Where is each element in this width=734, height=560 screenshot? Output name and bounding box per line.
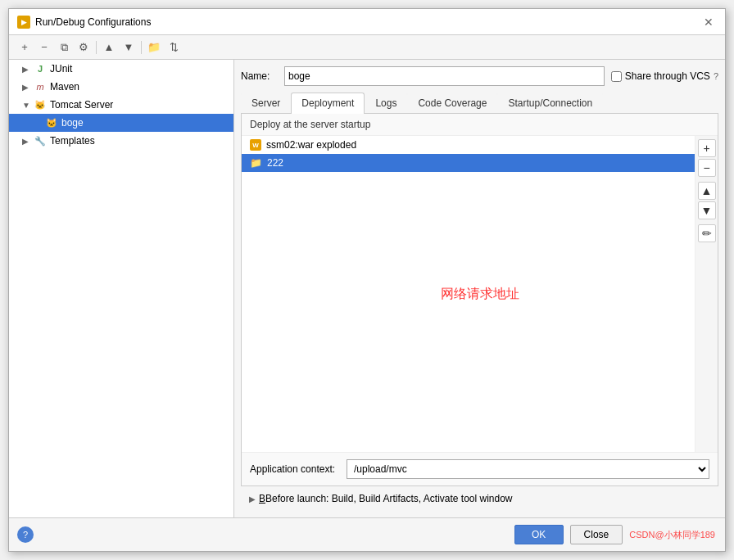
tab-content-deployment: Deploy at the server startup W ssm02:war…: [241, 114, 718, 486]
tab-deployment[interactable]: Deployment: [291, 93, 365, 114]
tab-server[interactable]: Server: [241, 93, 291, 113]
deploy-edit-button[interactable]: ✏: [698, 224, 716, 242]
deploy-list: W ssm02:war exploded 📁 222: [242, 136, 695, 452]
settings-button[interactable]: ⚙: [75, 38, 93, 56]
sort-button[interactable]: ⇅: [165, 38, 183, 56]
deploy-up-button[interactable]: ▲: [698, 182, 716, 200]
before-launch-section: ▶ BBefore launch: Build, Build Artifacts…: [241, 486, 718, 511]
separator2: [141, 41, 142, 54]
name-row: Name: Share through VCS ?: [241, 66, 718, 86]
move-up-button[interactable]: ▲: [100, 38, 118, 56]
tomcat-server-icon: 🐱: [34, 98, 47, 111]
tree-label-junit: JUnit: [50, 63, 72, 75]
folder-button[interactable]: 📁: [145, 38, 163, 56]
tab-startup-connection[interactable]: Startup/Connection: [497, 93, 603, 113]
before-launch-arrow[interactable]: ▶: [249, 495, 256, 504]
add-button[interactable]: +: [16, 38, 34, 56]
remove-button[interactable]: −: [35, 38, 53, 56]
deploy-header: Deploy at the server startup: [242, 114, 718, 136]
tab-logs[interactable]: Logs: [365, 93, 407, 113]
expand-arrow-tomcat: ▼: [22, 101, 30, 110]
deploy-remove-button[interactable]: −: [698, 159, 716, 177]
tabs: Server Deployment Logs Code Coverage Sta…: [241, 93, 718, 114]
before-launch-label: BBefore launch: Build, Build Artifacts, …: [259, 493, 513, 504]
dialog-title: Run/Debug Configurations: [35, 16, 151, 28]
ok-button[interactable]: OK: [514, 525, 564, 544]
name-input[interactable]: [284, 66, 605, 86]
name-label: Name:: [241, 70, 278, 82]
maven-icon: m: [34, 80, 47, 93]
app-context-row: Application context: /upload/mvc: [242, 452, 718, 485]
move-down-button[interactable]: ▼: [120, 38, 138, 56]
tree-label-boge: boge: [61, 117, 84, 129]
footer: ? OK Close CSDN@小林同学189: [9, 517, 725, 551]
share-vcs-label: Share through VCS: [625, 70, 710, 82]
tree-label-templates: Templates: [50, 135, 95, 147]
war-icon: W: [250, 139, 261, 151]
copy-button[interactable]: ⧉: [55, 38, 73, 56]
help-button[interactable]: ?: [17, 526, 34, 543]
deploy-item-label-222: 222: [267, 157, 283, 169]
tree-item-boge[interactable]: 🐱 boge: [9, 114, 233, 132]
csdn-watermark: CSDN@小林同学189: [629, 529, 715, 541]
expand-arrow-maven: ▶: [22, 83, 30, 92]
tab-code-coverage[interactable]: Code Coverage: [407, 93, 497, 113]
toolbar: + − ⧉ ⚙ ▲ ▼ 📁 ⇅: [9, 35, 725, 60]
boge-icon: 🐱: [45, 116, 58, 129]
folder-icon: 📁: [250, 157, 262, 169]
app-context-label: Application context:: [250, 463, 340, 475]
main-content: ▶ J JUnit ▶ m Maven ▼ 🐱 Tomcat Server 🐱 …: [9, 60, 725, 517]
tree-item-tomcat[interactable]: ▼ 🐱 Tomcat Server: [9, 96, 233, 114]
separator: [96, 41, 97, 54]
close-icon[interactable]: ✕: [700, 14, 717, 30]
dialog-icon: ▶: [17, 16, 30, 29]
tree-item-junit[interactable]: ▶ J JUnit: [9, 60, 233, 78]
dialog-close-button[interactable]: Close: [570, 525, 623, 544]
right-panel: Name: Share through VCS ? Server Deploym…: [234, 60, 725, 517]
deploy-item-ssm02[interactable]: W ssm02:war exploded: [242, 136, 695, 154]
side-buttons: + − ▲ ▼ ✏: [695, 136, 718, 452]
deploy-add-button[interactable]: +: [698, 139, 716, 157]
templates-icon: 🔧: [34, 134, 47, 147]
deploy-list-area: W ssm02:war exploded 📁 222 网络请求地址 +: [242, 136, 718, 452]
tree-label-maven: Maven: [50, 81, 79, 93]
expand-arrow-junit: ▶: [22, 65, 30, 74]
tree-label-tomcat: Tomcat Server: [50, 99, 113, 111]
junit-icon: J: [34, 62, 47, 75]
tree-item-templates[interactable]: ▶ 🔧 Templates: [9, 132, 233, 150]
title-bar: ▶ Run/Debug Configurations ✕: [9, 9, 725, 35]
deploy-item-222[interactable]: 📁 222: [242, 154, 695, 172]
tree-item-maven[interactable]: ▶ m Maven: [9, 78, 233, 96]
share-vcs-checkbox[interactable]: [611, 71, 622, 82]
app-context-select[interactable]: /upload/mvc: [347, 459, 709, 479]
share-help-icon: ?: [714, 71, 718, 81]
deploy-item-label-ssm02: ssm02:war exploded: [266, 139, 356, 151]
run-debug-configurations-dialog: ▶ Run/Debug Configurations ✕ + − ⧉ ⚙ ▲ ▼…: [8, 8, 726, 552]
deploy-down-button[interactable]: ▼: [698, 201, 716, 219]
left-panel: ▶ J JUnit ▶ m Maven ▼ 🐱 Tomcat Server 🐱 …: [9, 60, 234, 517]
expand-arrow-templates: ▶: [22, 137, 30, 146]
